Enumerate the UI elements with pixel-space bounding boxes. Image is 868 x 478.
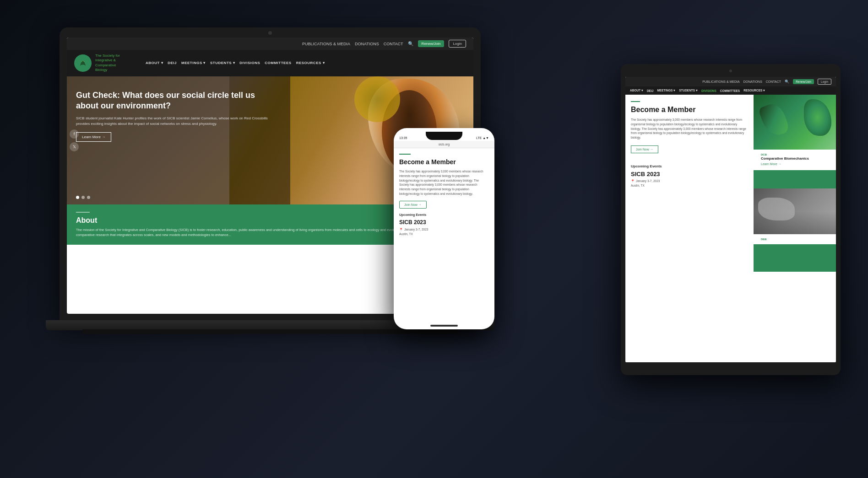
search-icon-tablet[interactable]: 🔍 [785, 80, 789, 84]
phone-url-bar[interactable]: sicb.org [394, 141, 494, 148]
tablet-learn-more-link[interactable]: Learn More → [757, 162, 832, 168]
tablet-card2-label: DEB [757, 236, 832, 241]
tablet-join-button[interactable]: Join Now → [631, 145, 658, 153]
phone-frame: 13:35 LTE ▲▼ sicb.org Become a Member Th… [394, 128, 494, 329]
laptop-nav-divisions[interactable]: DIVISIONS [239, 61, 260, 65]
phone-event-location: Austin, TX [399, 232, 489, 236]
laptop-renew-button[interactable]: Renew/Join [418, 40, 445, 47]
hero-title: Gut Check: What does our social circle t… [76, 90, 271, 112]
tablet-frame: PUBLICATIONS & MEDIA DONATIONS CONTACT 🔍… [621, 64, 841, 375]
tablet-nav-meetings[interactable]: MEETINGS ▾ [657, 89, 675, 92]
tablet-main-nav: ABOUT ▾ DEIJ MEETINGS ▾ STUDENTS ▾ DIVIS… [625, 86, 836, 95]
laptop-nav-committees[interactable]: COMMITTEES [265, 61, 291, 65]
tablet-nav-donations[interactable]: DONATIONS [743, 80, 762, 83]
learn-more-button[interactable]: Learn More → [76, 132, 111, 142]
tablet-card1-title: Comparative Biomechanics [757, 156, 832, 162]
twitter-icon[interactable]: 𝕏 [70, 142, 79, 151]
hummingbird-image [754, 95, 836, 150]
phone-become-member-title: Become a Member [399, 158, 489, 166]
laptop-nav-donations[interactable]: DONATIONS [355, 42, 379, 46]
laptop-logo: The Society for Integrative & Comparativ… [74, 54, 138, 73]
phone-notch [426, 132, 462, 140]
phone-divider [399, 154, 411, 155]
phone-home-bar [430, 325, 458, 327]
phone-time: 13:35 [399, 136, 407, 140]
tablet-event-title: SICB 2023 [625, 171, 754, 179]
social-sidebar: f 𝕏 [70, 129, 79, 151]
laptop-nav-publications[interactable]: PUBLICATIONS & MEDIA [302, 42, 350, 46]
laptop-nav-meetings[interactable]: MEETINGS ▾ [181, 61, 206, 65]
search-icon[interactable]: 🔍 [408, 41, 413, 46]
phone-join-now-button[interactable]: Join Now → [399, 201, 427, 209]
tablet-card1-info: DCB Comparative Biomechanics Learn More … [754, 150, 836, 170]
tablet-divider [631, 101, 640, 102]
hummingbird-shape [804, 99, 831, 136]
tablet-login-button[interactable]: Login [818, 79, 831, 85]
about-divider [76, 212, 90, 213]
tablet-screen: PUBLICATIONS & MEDIA DONATIONS CONTACT 🔍… [625, 77, 836, 362]
tablet-card2-title [757, 241, 832, 242]
tablet-event-location: Austin, TX [625, 184, 754, 188]
laptop-login-button[interactable]: Login [449, 40, 466, 48]
tablet-member-text: The Society has approximately 3,000 memb… [631, 118, 748, 140]
laptop-header-main: The Society for Integrative & Comparativ… [67, 50, 473, 76]
tablet-event-date: 📍 January 3-7, 2023 [625, 179, 754, 184]
phone-content: Become a Member The Society has approxim… [394, 148, 494, 242]
laptop-nav-deij[interactable]: DEIJ [168, 61, 177, 65]
laptop-header-top: PUBLICATIONS & MEDIA DONATIONS CONTACT 🔍… [67, 38, 473, 50]
tablet-bottom-green [754, 244, 836, 272]
slide-dot-3[interactable] [87, 196, 90, 199]
laptop-nav-students[interactable]: STUDENTS ▾ [210, 61, 235, 65]
laptop-nav-about[interactable]: ABOUT ▾ [146, 61, 163, 65]
laptop-camera [268, 31, 272, 35]
tablet-nav-contact[interactable]: CONTACT [766, 80, 781, 83]
phone-member-text: The Society has approximately 3,000 memb… [399, 169, 489, 196]
tablet-member-section: Become a Member The Society has approxim… [625, 95, 754, 160]
tablet-nav-about[interactable]: ABOUT ▾ [630, 89, 643, 92]
tablet-content: Become a Member The Society has approxim… [625, 95, 836, 357]
tablet-nav-resources[interactable]: RESOURCES ▾ [743, 89, 765, 92]
laptop-main-nav: ABOUT ▾ DEIJ MEETINGS ▾ STUDENTS ▾ DIVIS… [146, 61, 325, 65]
phone-event-date: 📍 January 3-7, 2023 [399, 228, 489, 231]
laptop-nav-resources[interactable]: RESOURCES ▾ [296, 61, 325, 65]
laptop-nav-contact[interactable]: CONTACT [384, 42, 403, 46]
tablet-card2-info: DEB [754, 234, 836, 244]
tablet-card2-image [754, 188, 836, 234]
tablet-camera [729, 70, 732, 72]
tablet-header-top: PUBLICATIONS & MEDIA DONATIONS CONTACT 🔍… [625, 77, 836, 86]
phone-upcoming-events: Upcoming Events [399, 213, 489, 216]
phone-event-title: SICB 2023 [399, 219, 489, 226]
slide-dots [76, 196, 90, 199]
tablet-right-panel: DCB Comparative Biomechanics Learn More … [754, 95, 836, 357]
laptop-foot [82, 329, 458, 334]
tablet-become-member-title: Become a Member [631, 106, 748, 114]
tablet-green-accent [754, 170, 836, 188]
laptop-logo-text: The Society for Integrative & Comparativ… [95, 54, 120, 73]
tablet-left-panel: Become a Member The Society has approxim… [625, 95, 754, 357]
hero-description: SICB student journalist Kate Hunter prof… [76, 116, 271, 127]
phone-screen: sicb.org Become a Member The Society has… [394, 141, 494, 329]
tablet-nav-students[interactable]: STUDENTS ▾ [679, 89, 698, 92]
hero-content: Gut Check: What does our social circle t… [76, 90, 271, 142]
tablet-nav-divisions[interactable]: DIVISIONS [701, 89, 716, 92]
tablet-nav-publications[interactable]: PUBLICATIONS & MEDIA [702, 80, 740, 83]
tablet: PUBLICATIONS & MEDIA DONATIONS CONTACT 🔍… [621, 64, 841, 375]
slide-dot-2[interactable] [81, 196, 85, 199]
tablet-nav-committees[interactable]: COMMITTEES [720, 89, 740, 92]
tablet-renew-button[interactable]: Renew/Join [793, 79, 814, 84]
tablet-card1-label: DCB [757, 151, 832, 156]
facebook-icon[interactable]: f [70, 129, 79, 139]
tablet-card-1 [754, 95, 836, 150]
phone: 13:35 LTE ▲▼ sicb.org Become a Member Th… [394, 128, 494, 329]
tablet-nav-deij[interactable]: DEIJ [647, 89, 653, 92]
calendar-icon: 📍 [399, 228, 403, 231]
laptop-logo-icon [74, 54, 92, 72]
phone-signal: LTE ▲▼ [476, 136, 489, 140]
tablet-upcoming-label: Upcoming Events [625, 160, 754, 171]
slide-dot-1[interactable] [76, 196, 79, 199]
location-icon: 📍 [631, 179, 635, 183]
